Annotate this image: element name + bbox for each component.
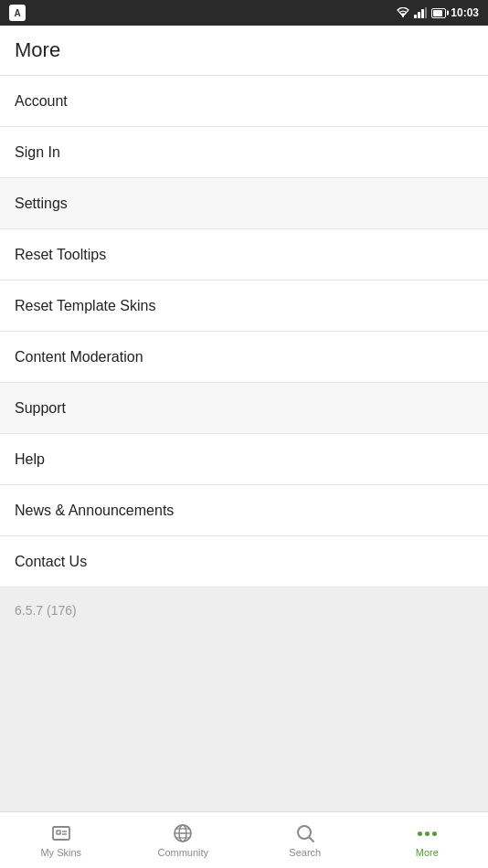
status-bar-left: A xyxy=(9,5,26,21)
svg-rect-1 xyxy=(414,15,417,18)
nav-label-community: Community xyxy=(157,847,208,858)
menu-item-account[interactable]: Account xyxy=(0,76,488,127)
a-logo: A xyxy=(9,5,26,21)
my-skins-icon xyxy=(50,822,72,844)
menu-item-help[interactable]: Help xyxy=(0,434,488,485)
main-content: More Account Sign In Settings Reset Tool… xyxy=(0,26,488,811)
svg-rect-2 xyxy=(418,12,420,18)
menu-item-reset-template-skins[interactable]: Reset Template Skins xyxy=(0,281,488,332)
bottom-nav: My Skins Community Search More xyxy=(0,811,488,868)
nav-label-search: Search xyxy=(289,847,321,858)
nav-label-more: More xyxy=(416,847,439,858)
signal-icon xyxy=(414,7,427,18)
menu-item-support[interactable]: Support xyxy=(0,383,488,434)
svg-line-15 xyxy=(309,838,313,842)
nav-item-my-skins[interactable]: My Skins xyxy=(0,817,122,863)
menu-item-settings[interactable]: Settings xyxy=(0,178,488,229)
nav-item-community[interactable]: Community xyxy=(122,817,245,863)
wifi-icon xyxy=(397,7,409,18)
menu-item-reset-tooltips[interactable]: Reset Tooltips xyxy=(0,229,488,281)
time-display: 10:03 xyxy=(451,6,479,19)
svg-rect-6 xyxy=(57,831,60,834)
svg-rect-4 xyxy=(425,7,427,18)
menu-list: Account Sign In Settings Reset Tooltips … xyxy=(0,76,488,587)
status-bar: A 10:03 xyxy=(0,0,488,26)
nav-label-my-skins: My Skins xyxy=(40,847,81,858)
battery-icon xyxy=(431,8,446,18)
nav-item-search[interactable]: Search xyxy=(244,817,366,863)
svg-rect-3 xyxy=(421,9,424,18)
page-header: More xyxy=(0,26,488,76)
menu-item-content-moderation[interactable]: Content Moderation xyxy=(0,332,488,383)
community-icon xyxy=(172,822,194,844)
nav-item-more[interactable]: More xyxy=(366,817,489,863)
status-bar-right: 10:03 xyxy=(397,6,479,19)
menu-item-news-announcements[interactable]: News & Announcements xyxy=(0,485,488,536)
svg-point-0 xyxy=(402,16,404,17)
more-icon xyxy=(418,822,437,844)
search-icon xyxy=(294,822,316,844)
menu-item-contact-us[interactable]: Contact Us xyxy=(0,536,488,587)
svg-rect-5 xyxy=(53,827,69,840)
version-area: 6.5.7 (176) xyxy=(0,587,488,811)
menu-item-sign-in[interactable]: Sign In xyxy=(0,127,488,178)
page-title: More xyxy=(15,38,60,61)
version-text: 6.5.7 (176) xyxy=(15,603,77,618)
